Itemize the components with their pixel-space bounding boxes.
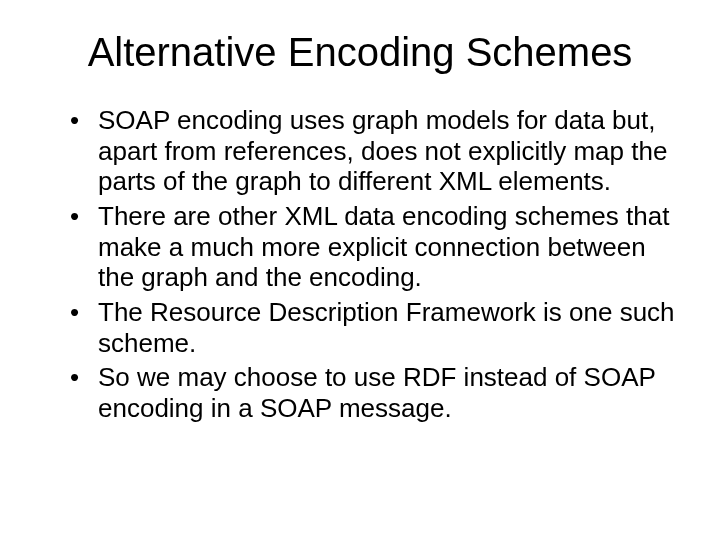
list-item: So we may choose to use RDF instead of S… (70, 362, 680, 423)
list-item: SOAP encoding uses graph models for data… (70, 105, 680, 197)
slide: Alternative Encoding Schemes SOAP encodi… (0, 0, 720, 540)
bullet-list: SOAP encoding uses graph models for data… (70, 105, 680, 424)
slide-title: Alternative Encoding Schemes (40, 30, 680, 75)
list-item: The Resource Description Framework is on… (70, 297, 680, 358)
list-item: There are other XML data encoding scheme… (70, 201, 680, 293)
